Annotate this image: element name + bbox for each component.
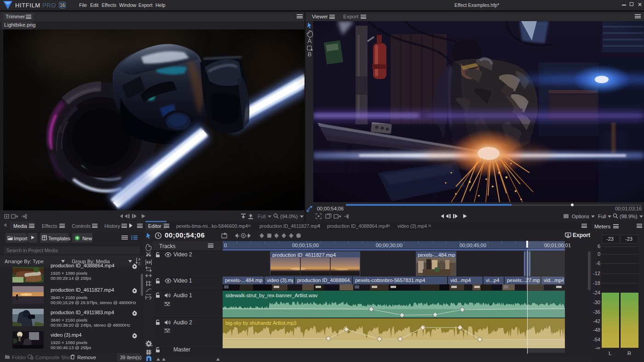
svg-text:Z: Z — [138, 261, 141, 265]
